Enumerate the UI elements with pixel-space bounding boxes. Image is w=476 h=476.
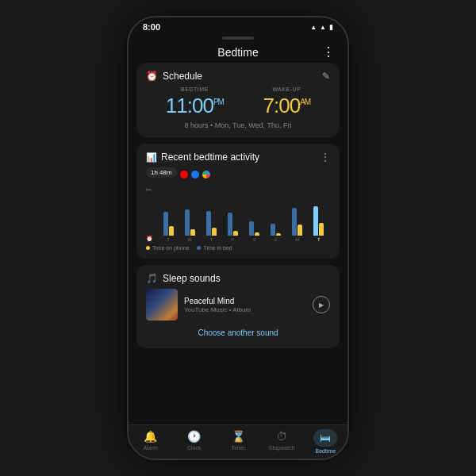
bar-group: T xyxy=(202,186,221,242)
nav-item-bedtime[interactable]: 🛏 Bedtime xyxy=(304,429,347,454)
bar-x-label: W xyxy=(187,237,192,242)
chart-icon: 📊 xyxy=(146,152,157,163)
phone-bar xyxy=(298,225,302,236)
bed-bar xyxy=(313,206,318,236)
phone-frame: 8:00 ▲ ▲ ▮ Bedtime ⋮ ⏰ Schedule xyxy=(127,16,349,460)
nav-item-clock[interactable]: 🕐 Clock xyxy=(172,429,216,454)
chrome-dot xyxy=(202,171,210,178)
bottom-nav: 🔔 Alarm 🕐 Clock ⌛ Timer ⏱ Stopwatch 🛏 Be… xyxy=(129,424,347,459)
nav-icon-timer: ⌛ xyxy=(232,430,245,443)
chart-legend: Time on phone Time in bed xyxy=(146,245,330,251)
bed-bar xyxy=(185,209,190,236)
activity-menu[interactable]: ⋮ xyxy=(321,152,330,163)
status-icons: ▲ ▲ ▮ xyxy=(310,23,333,31)
bar-x-label: S xyxy=(253,237,256,242)
edit-button[interactable]: ✎ xyxy=(322,71,330,82)
page-title: Bedtime xyxy=(154,46,322,59)
bed-bar xyxy=(163,212,168,236)
wakeup-time: 7:00AM xyxy=(263,94,311,118)
nav-item-alarm[interactable]: 🔔 Alarm xyxy=(129,429,172,454)
chart-bars: T W T F S S M xyxy=(148,186,328,242)
nav-icon-bedtime: 🛏 xyxy=(320,432,331,444)
activity-title-row: 📊 Recent bedtime activity xyxy=(146,152,259,163)
bar-pair xyxy=(271,224,281,236)
nav-label-clock: Clock xyxy=(187,445,202,451)
sounds-header-left: 🎵 Sleep sounds xyxy=(146,273,221,284)
bar-x-label: T xyxy=(317,237,321,242)
bar-group: T xyxy=(309,186,328,242)
activity-card: 📊 Recent bedtime activity ⋮ 1h 48m xyxy=(136,144,340,259)
phone-bar xyxy=(255,232,259,236)
phone-bar xyxy=(233,231,238,236)
activity-header: 📊 Recent bedtime activity ⋮ xyxy=(146,152,330,163)
wakeup-label: WAKE-UP xyxy=(263,86,311,92)
bar-group: W xyxy=(180,186,199,242)
legend-phone: Time on phone xyxy=(146,245,189,251)
nav-icon-clock: 🕐 xyxy=(187,430,201,443)
chart-y-axis: 🛏 ⏰ xyxy=(146,186,153,242)
bed-bar xyxy=(228,213,232,236)
chart-area: 🛏 ⏰ T W T F xyxy=(146,186,330,242)
phone-bar xyxy=(190,229,195,236)
schedule-info: 8 hours • Mon, Tue, Wed, Thu, Fri xyxy=(146,121,330,129)
top-bar: Bedtime ⋮ xyxy=(129,40,347,63)
menu-button[interactable]: ⋮ xyxy=(322,44,335,60)
bedtime-time: 11:00PM xyxy=(166,94,224,118)
bar-pair xyxy=(228,213,238,236)
nav-icon-alarm: 🔔 xyxy=(144,430,157,443)
bed-legend-dot xyxy=(197,246,201,250)
bar-pair xyxy=(206,211,217,236)
phone-bar xyxy=(169,226,174,236)
album-art xyxy=(146,289,178,321)
bar-x-label: T xyxy=(167,237,170,242)
sound-row: Peaceful Mind YouTube Music • Album ▶ xyxy=(146,289,330,321)
nav-label-bedtime: Bedtime xyxy=(316,448,336,454)
nav-item-stopwatch[interactable]: ⏱ Stopwatch xyxy=(260,429,304,454)
bar-pair xyxy=(292,208,302,236)
facebook-dot xyxy=(191,171,199,178)
bar-group: T xyxy=(159,186,178,242)
nav-icon-wrapper: ⌛ xyxy=(232,429,245,443)
nav-icon-wrapper: 🛏 xyxy=(313,429,337,447)
bed-bar xyxy=(249,221,254,236)
battery-icon: ▮ xyxy=(329,23,333,31)
track-title: Peaceful Mind xyxy=(184,297,306,305)
bedtime-block: BEDTIME 11:00PM xyxy=(166,86,224,118)
bar-x-label: F xyxy=(232,237,235,242)
schedule-card: ⏰ Schedule ✎ BEDTIME 11:00PM WAKE-UP xyxy=(136,63,340,137)
wakeup-block: WAKE-UP 7:00AM xyxy=(263,86,311,118)
nav-label-timer: Timer xyxy=(231,445,245,451)
bed-bar xyxy=(206,211,211,236)
bedtime-label: BEDTIME xyxy=(166,86,224,92)
bar-x-label: T xyxy=(209,237,213,242)
choose-sound-button[interactable]: Choose another sound xyxy=(146,325,330,340)
nav-icon-wrapper: 🕐 xyxy=(187,429,201,443)
schedule-header: ⏰ Schedule ✎ xyxy=(146,71,330,82)
bed-bar xyxy=(271,224,275,236)
bar-pair xyxy=(163,212,174,236)
bed-bar xyxy=(292,208,297,236)
bar-x-label: S xyxy=(274,237,278,242)
schedule-header-left: ⏰ Schedule xyxy=(146,71,202,82)
bar-pair xyxy=(249,221,259,236)
phone-inner: 8:00 ▲ ▲ ▮ Bedtime ⋮ ⏰ Schedule xyxy=(129,17,347,459)
phone-bar xyxy=(319,223,324,236)
sound-info: Peaceful Mind YouTube Music • Album xyxy=(184,297,306,313)
activity-badge: 1h 48m xyxy=(146,167,177,178)
activity-title: Recent bedtime activity xyxy=(161,152,259,163)
nav-item-timer[interactable]: ⌛ Timer xyxy=(216,429,259,454)
music-icon: 🎵 xyxy=(146,273,158,284)
play-button[interactable]: ▶ xyxy=(313,296,330,313)
sleep-sounds-card: 🎵 Sleep sounds Peaceful Mind YouTube Mus… xyxy=(136,265,340,348)
youtube-dot xyxy=(180,171,188,178)
status-time: 8:00 xyxy=(143,22,160,32)
bar-group: F xyxy=(223,186,242,242)
bar-x-label: M xyxy=(295,237,299,242)
phone-legend-dot xyxy=(146,246,150,250)
bar-group: S xyxy=(245,186,264,242)
legend-bed: Time in bed xyxy=(197,245,232,251)
nav-icon-stopwatch: ⏱ xyxy=(276,430,287,443)
sounds-header: 🎵 Sleep sounds xyxy=(146,273,330,284)
main-content: ⏰ Schedule ✎ BEDTIME 11:00PM WAKE-UP xyxy=(129,63,347,424)
alarm-icon: ⏰ xyxy=(146,71,158,82)
